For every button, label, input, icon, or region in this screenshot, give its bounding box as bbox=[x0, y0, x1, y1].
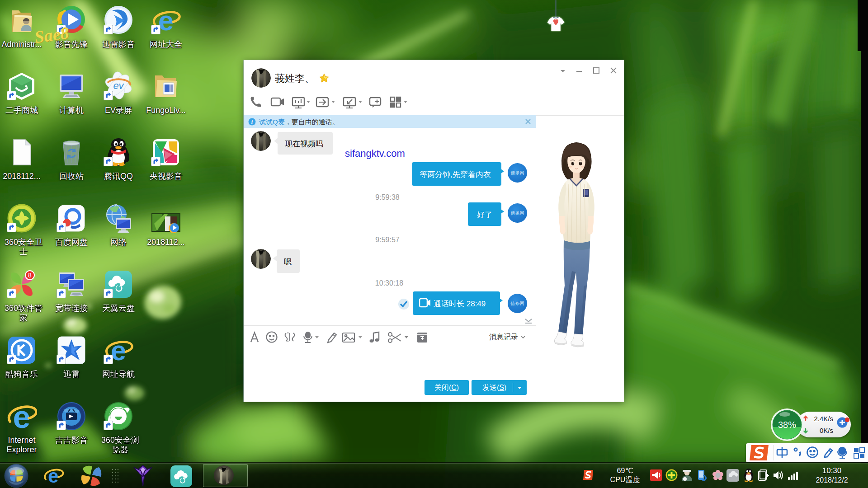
svg-text:0K/s: 0K/s bbox=[820, 427, 833, 434]
svg-text:8: 8 bbox=[28, 272, 32, 279]
svg-text:ev: ev bbox=[113, 80, 124, 91]
svg-text:e: e bbox=[13, 401, 31, 432]
svg-text:38%: 38% bbox=[778, 420, 796, 430]
svg-text:e: e bbox=[48, 465, 58, 486]
svg-text:2.4K/s: 2.4K/s bbox=[814, 415, 833, 422]
